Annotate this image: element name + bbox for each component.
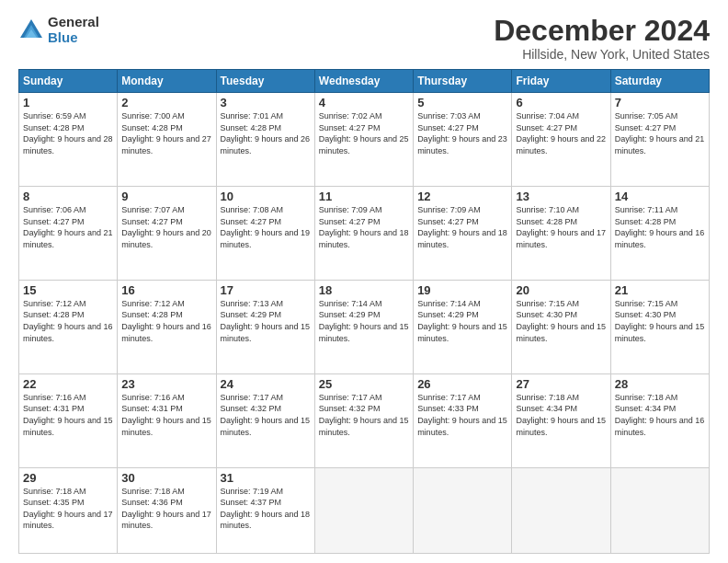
day-number: 26 xyxy=(417,377,507,391)
calendar-day-header: Wednesday xyxy=(314,70,413,93)
day-number: 13 xyxy=(516,190,606,203)
calendar-week-row: 8Sunrise: 7:06 AMSunset: 4:27 PMDaylight… xyxy=(19,187,710,281)
header: General Blue December 2024 Hillside, New… xyxy=(18,15,710,62)
calendar-week-row: 29Sunrise: 7:18 AMSunset: 4:35 PMDayligh… xyxy=(19,467,710,553)
day-info: Sunrise: 7:12 AMSunset: 4:28 PMDaylight:… xyxy=(121,298,211,344)
day-number: 27 xyxy=(516,377,606,391)
day-number: 6 xyxy=(516,96,606,109)
day-number: 31 xyxy=(221,471,311,485)
calendar-cell: 11Sunrise: 7:09 AMSunset: 4:27 PMDayligh… xyxy=(314,187,413,281)
calendar-cell: 21Sunrise: 7:15 AMSunset: 4:30 PMDayligh… xyxy=(610,280,709,373)
calendar-cell: 9Sunrise: 7:07 AMSunset: 4:27 PMDaylight… xyxy=(118,187,216,281)
day-info: Sunrise: 7:18 AMSunset: 4:36 PMDaylight:… xyxy=(121,486,211,532)
day-info: Sunrise: 7:11 AMSunset: 4:28 PMDaylight:… xyxy=(615,204,705,250)
day-info: Sunrise: 7:10 AMSunset: 4:28 PMDaylight:… xyxy=(516,204,606,250)
day-info: Sunrise: 7:05 AMSunset: 4:27 PMDaylight:… xyxy=(615,110,705,156)
day-info: Sunrise: 7:12 AMSunset: 4:28 PMDaylight:… xyxy=(23,298,113,344)
day-number: 28 xyxy=(615,377,705,391)
day-info: Sunrise: 7:17 AMSunset: 4:32 PMDaylight:… xyxy=(319,392,409,438)
calendar-cell: 23Sunrise: 7:16 AMSunset: 4:31 PMDayligh… xyxy=(118,373,216,467)
calendar-day-header: Friday xyxy=(512,70,610,93)
calendar-cell: 17Sunrise: 7:13 AMSunset: 4:29 PMDayligh… xyxy=(216,280,314,373)
day-number: 14 xyxy=(615,190,705,203)
day-info: Sunrise: 7:07 AMSunset: 4:27 PMDaylight:… xyxy=(121,204,211,250)
day-number: 8 xyxy=(23,190,113,203)
logo-general: General xyxy=(48,15,99,30)
day-info: Sunrise: 7:16 AMSunset: 4:31 PMDaylight:… xyxy=(23,392,113,438)
day-number: 17 xyxy=(221,283,311,297)
day-number: 18 xyxy=(319,283,409,297)
calendar-cell: 30Sunrise: 7:18 AMSunset: 4:36 PMDayligh… xyxy=(118,467,216,553)
calendar-day-header: Tuesday xyxy=(216,70,314,93)
calendar-cell: 8Sunrise: 7:06 AMSunset: 4:27 PMDaylight… xyxy=(19,187,118,281)
calendar-cell: 3Sunrise: 7:01 AMSunset: 4:28 PMDaylight… xyxy=(216,93,314,187)
logo-text: General Blue xyxy=(48,15,99,45)
calendar-cell: 16Sunrise: 7:12 AMSunset: 4:28 PMDayligh… xyxy=(118,280,216,373)
day-number: 15 xyxy=(23,283,113,297)
day-info: Sunrise: 7:03 AMSunset: 4:27 PMDaylight:… xyxy=(417,110,507,156)
day-number: 12 xyxy=(417,190,507,203)
day-number: 9 xyxy=(121,190,211,203)
day-number: 20 xyxy=(516,283,606,297)
calendar-day-header: Monday xyxy=(118,70,216,93)
logo-blue: Blue xyxy=(48,30,99,46)
calendar-cell: 2Sunrise: 7:00 AMSunset: 4:28 PMDaylight… xyxy=(118,93,216,187)
subtitle: Hillside, New York, United States xyxy=(494,47,710,62)
day-info: Sunrise: 7:19 AMSunset: 4:37 PMDaylight:… xyxy=(221,486,311,532)
calendar-cell: 18Sunrise: 7:14 AMSunset: 4:29 PMDayligh… xyxy=(314,280,413,373)
calendar-cell: 1Sunrise: 6:59 AMSunset: 4:28 PMDaylight… xyxy=(19,93,118,187)
day-info: Sunrise: 7:16 AMSunset: 4:31 PMDaylight:… xyxy=(121,392,211,438)
day-info: Sunrise: 7:18 AMSunset: 4:35 PMDaylight:… xyxy=(23,486,113,532)
day-number: 16 xyxy=(121,283,211,297)
calendar-cell xyxy=(610,467,709,553)
calendar-cell: 22Sunrise: 7:16 AMSunset: 4:31 PMDayligh… xyxy=(19,373,118,467)
calendar-cell: 29Sunrise: 7:18 AMSunset: 4:35 PMDayligh… xyxy=(19,467,118,553)
day-info: Sunrise: 7:13 AMSunset: 4:29 PMDaylight:… xyxy=(221,298,311,344)
day-number: 21 xyxy=(615,283,705,297)
day-number: 2 xyxy=(121,96,211,109)
calendar-cell: 24Sunrise: 7:17 AMSunset: 4:32 PMDayligh… xyxy=(216,373,314,467)
calendar-cell: 25Sunrise: 7:17 AMSunset: 4:32 PMDayligh… xyxy=(314,373,413,467)
day-info: Sunrise: 7:14 AMSunset: 4:29 PMDaylight:… xyxy=(417,298,507,344)
day-number: 24 xyxy=(221,377,311,391)
calendar-cell: 5Sunrise: 7:03 AMSunset: 4:27 PMDaylight… xyxy=(414,93,512,187)
calendar-cell: 4Sunrise: 7:02 AMSunset: 4:27 PMDaylight… xyxy=(314,93,413,187)
day-number: 1 xyxy=(23,96,113,109)
day-number: 19 xyxy=(417,283,507,297)
day-number: 5 xyxy=(417,96,507,109)
day-info: Sunrise: 7:06 AMSunset: 4:27 PMDaylight:… xyxy=(23,204,113,250)
calendar-cell xyxy=(314,467,413,553)
day-info: Sunrise: 7:01 AMSunset: 4:28 PMDaylight:… xyxy=(221,110,311,156)
day-number: 11 xyxy=(319,190,409,203)
day-info: Sunrise: 7:15 AMSunset: 4:30 PMDaylight:… xyxy=(615,298,705,344)
calendar-cell: 15Sunrise: 7:12 AMSunset: 4:28 PMDayligh… xyxy=(19,280,118,373)
title-block: December 2024 Hillside, New York, United… xyxy=(494,15,710,62)
calendar: SundayMondayTuesdayWednesdayThursdayFrid… xyxy=(18,69,710,554)
calendar-week-row: 22Sunrise: 7:16 AMSunset: 4:31 PMDayligh… xyxy=(19,373,710,467)
calendar-day-header: Saturday xyxy=(610,70,709,93)
day-number: 22 xyxy=(23,377,113,391)
calendar-cell: 13Sunrise: 7:10 AMSunset: 4:28 PMDayligh… xyxy=(512,187,610,281)
day-info: Sunrise: 7:17 AMSunset: 4:32 PMDaylight:… xyxy=(221,392,311,438)
calendar-cell: 14Sunrise: 7:11 AMSunset: 4:28 PMDayligh… xyxy=(610,187,709,281)
day-info: Sunrise: 7:09 AMSunset: 4:27 PMDaylight:… xyxy=(319,204,409,250)
calendar-cell: 7Sunrise: 7:05 AMSunset: 4:27 PMDaylight… xyxy=(610,93,709,187)
calendar-cell: 12Sunrise: 7:09 AMSunset: 4:27 PMDayligh… xyxy=(414,187,512,281)
day-number: 3 xyxy=(221,96,311,109)
day-info: Sunrise: 7:04 AMSunset: 4:27 PMDaylight:… xyxy=(516,110,606,156)
day-number: 10 xyxy=(221,190,311,203)
page: General Blue December 2024 Hillside, New… xyxy=(0,0,728,563)
day-info: Sunrise: 7:00 AMSunset: 4:28 PMDaylight:… xyxy=(121,110,211,156)
day-info: Sunrise: 7:18 AMSunset: 4:34 PMDaylight:… xyxy=(615,392,705,438)
day-info: Sunrise: 7:17 AMSunset: 4:33 PMDaylight:… xyxy=(417,392,507,438)
day-number: 4 xyxy=(319,96,409,109)
calendar-cell: 19Sunrise: 7:14 AMSunset: 4:29 PMDayligh… xyxy=(414,280,512,373)
day-info: Sunrise: 7:18 AMSunset: 4:34 PMDaylight:… xyxy=(516,392,606,438)
calendar-cell: 10Sunrise: 7:08 AMSunset: 4:27 PMDayligh… xyxy=(216,187,314,281)
calendar-day-header: Thursday xyxy=(414,70,512,93)
calendar-week-row: 1Sunrise: 6:59 AMSunset: 4:28 PMDaylight… xyxy=(19,93,710,187)
day-info: Sunrise: 7:02 AMSunset: 4:27 PMDaylight:… xyxy=(319,110,409,156)
day-number: 7 xyxy=(615,96,705,109)
day-info: Sunrise: 7:14 AMSunset: 4:29 PMDaylight:… xyxy=(319,298,409,344)
calendar-day-header: Sunday xyxy=(19,70,118,93)
